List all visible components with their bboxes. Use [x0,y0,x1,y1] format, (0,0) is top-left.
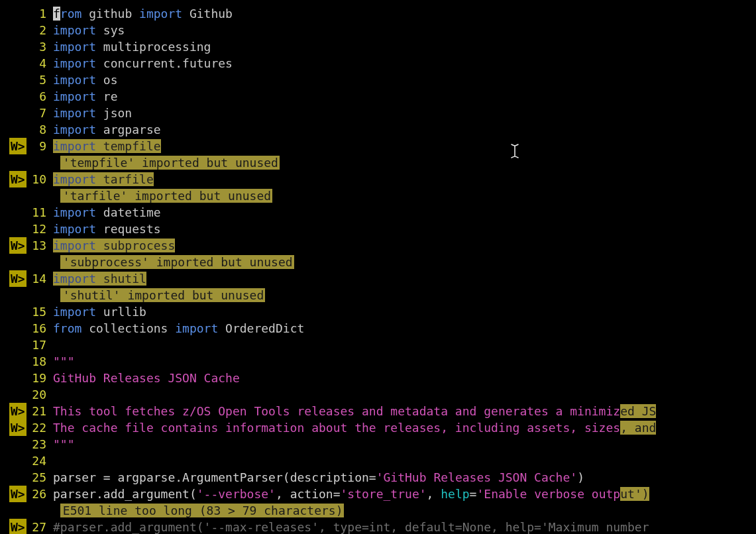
code-line[interactable]: 3import multiprocessing [0,38,756,55]
code-content[interactable]: GitHub Releases JSON Cache [53,370,756,386]
code-content[interactable]: import subprocess [53,237,756,254]
code-content[interactable]: import sys [53,22,756,38]
line-number: 23 [24,436,53,453]
code-line[interactable]: 20 [0,386,756,403]
code-line[interactable]: W>13import subprocess [0,237,756,254]
line-number: 14 [24,270,53,287]
code-content[interactable]: This tool fetches z/OS Open Tools releas… [53,403,756,419]
code-line[interactable]: 8import argparse [0,121,756,138]
line-number: 20 [24,386,53,403]
code-content[interactable]: from github import Github [53,5,756,22]
code-line[interactable]: 24 [0,453,756,469]
code-line[interactable]: W>21This tool fetches z/OS Open Tools re… [0,403,756,419]
line-number: 11 [24,204,53,221]
line-number: 19 [24,370,53,386]
code-line[interactable]: 7import json [0,105,756,121]
code-content[interactable]: parser = argparse.ArgumentParser(descrip… [53,469,756,486]
warning-gutter: W> [0,270,24,287]
warning-gutter: W> [0,237,24,254]
code-content[interactable]: """ [53,436,756,453]
diagnostic-message: 'tempfile' imported but unused [60,156,280,170]
line-number: 18 [24,353,53,370]
line-number: 15 [24,303,53,320]
code-line[interactable]: W>27#parser.add_argument('--max-releases… [0,519,756,534]
code-content[interactable]: from collections import OrderedDict [53,320,756,337]
code-content[interactable]: import datetime [53,204,756,221]
line-number: 5 [24,72,53,88]
code-line[interactable]: W>14import shutil [0,270,756,287]
line-number: 16 [24,320,53,337]
line-number: 10 [24,171,53,187]
code-content[interactable]: import multiprocessing [53,38,756,55]
diagnostic-message: 'subprocess' imported but unused [60,255,294,269]
line-number: 21 [24,403,53,419]
code-line[interactable]: 18""" [0,353,756,370]
code-content[interactable]: parser.add_argument('--verbose', action=… [53,486,756,502]
code-line[interactable]: 2import sys [0,22,756,38]
line-number: 24 [24,453,53,469]
warning-gutter: W> [0,519,24,534]
code-line[interactable]: 19GitHub Releases JSON Cache [0,370,756,386]
diagnostic-line: 'tempfile' imported but unused [0,154,756,171]
code-line[interactable]: 11import datetime [0,204,756,221]
code-content[interactable]: import os [53,72,756,88]
code-line[interactable]: 16from collections import OrderedDict [0,320,756,337]
diagnostic-line: 'tarfile' imported but unused [0,187,756,204]
line-number: 27 [24,519,53,534]
code-content[interactable]: #parser.add_argument('--max-releases', t… [53,519,756,534]
block-cursor: f [53,7,60,21]
code-content[interactable]: import argparse [53,121,756,138]
code-editor[interactable]: 1from github import Github2import sys3im… [0,0,756,534]
code-line[interactable]: W>10import tarfile [0,171,756,187]
diagnostic-message: E501 line too long (83 > 79 characters) [60,504,345,517]
code-line[interactable]: 1from github import Github [0,5,756,22]
line-number: 8 [24,121,53,138]
line-number: 4 [24,55,53,72]
warning-gutter: W> [0,419,24,436]
warning-gutter: W> [0,138,24,154]
line-number: 26 [24,486,53,502]
warning-gutter: W> [0,171,24,187]
code-line[interactable]: W>22The cache file contains information … [0,419,756,436]
code-content[interactable]: import shutil [53,270,756,287]
diagnostic-line: E501 line too long (83 > 79 characters) [0,502,756,519]
code-line[interactable]: W>9import tempfile [0,138,756,154]
code-line[interactable]: 6import re [0,88,756,105]
code-content[interactable]: import re [53,88,756,105]
line-number: 22 [24,419,53,436]
line-number: 7 [24,105,53,121]
code-content[interactable]: The cache file contains information abou… [53,419,756,436]
line-number: 17 [24,337,53,353]
line-number: 25 [24,469,53,486]
diagnostic-line: 'shutil' imported but unused [0,287,756,303]
line-number: 2 [24,22,53,38]
code-content[interactable]: import tempfile [53,138,756,154]
code-line[interactable]: 15import urllib [0,303,756,320]
code-content[interactable]: import json [53,105,756,121]
code-content[interactable]: import tarfile [53,171,756,187]
warning-gutter: W> [0,403,24,419]
code-line[interactable]: 4import concurrent.futures [0,55,756,72]
diagnostic-message: 'shutil' imported but unused [60,288,265,302]
code-content[interactable]: import requests [53,221,756,237]
code-content[interactable]: import concurrent.futures [53,55,756,72]
line-number: 9 [24,138,53,154]
line-number: 12 [24,221,53,237]
diagnostic-message: 'tarfile' imported but unused [60,189,272,203]
code-content[interactable]: """ [53,353,756,370]
line-number: 13 [24,237,53,254]
line-number: 3 [24,38,53,55]
code-content[interactable]: import urllib [53,303,756,320]
diagnostic-line: 'subprocess' imported but unused [0,254,756,270]
code-line[interactable]: 12import requests [0,221,756,237]
line-number: 6 [24,88,53,105]
code-line[interactable]: 17 [0,337,756,353]
line-number: 1 [24,5,53,22]
code-line[interactable]: W>26parser.add_argument('--verbose', act… [0,486,756,502]
code-line[interactable]: 23""" [0,436,756,453]
warning-gutter: W> [0,486,24,502]
code-line[interactable]: 25parser = argparse.ArgumentParser(descr… [0,469,756,486]
code-line[interactable]: 5import os [0,72,756,88]
